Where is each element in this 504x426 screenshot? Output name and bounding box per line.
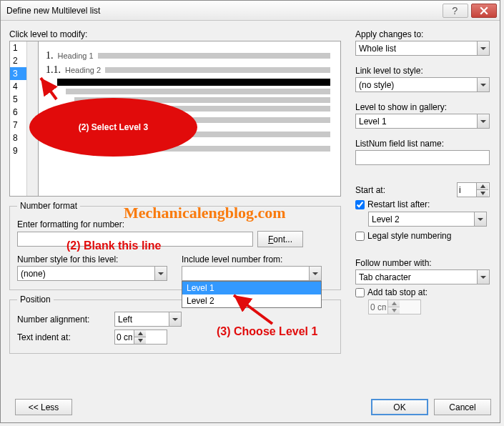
annotation-arrow-1 <box>36 74 65 102</box>
start-at-spin[interactable] <box>457 182 490 197</box>
svg-line-1 <box>41 78 56 99</box>
text-indent-spin[interactable] <box>114 330 167 345</box>
follow-label: Follow number with: <box>355 258 490 268</box>
chevron-down-icon <box>309 267 321 280</box>
annotation-oval-select-level3: (2) Select Level 3 <box>29 98 197 157</box>
annotation-choose-level1: (3) Choose Level 1 <box>217 325 317 338</box>
chevron-down-icon <box>477 114 489 128</box>
chevron-down-icon <box>477 41 489 55</box>
link-level-label: Link level to style: <box>355 66 490 76</box>
spin-up-icon[interactable] <box>388 300 400 307</box>
position-legend: Position <box>17 294 54 304</box>
spin-down-icon[interactable] <box>134 337 146 344</box>
annotation-arrow-2 <box>229 291 280 327</box>
link-level-select[interactable]: (no style) <box>355 77 490 92</box>
number-format-legend: Number format <box>17 201 80 211</box>
text-indent-label: Text indent at: <box>17 332 110 342</box>
include-level-label: Include level number from: <box>182 254 322 264</box>
follow-select[interactable]: Tab character <box>355 269 490 284</box>
number-style-label: Number style for this level: <box>17 254 167 264</box>
number-alignment-select[interactable]: Left <box>114 312 182 327</box>
restart-checkbox[interactable] <box>355 200 365 209</box>
number-style-value: (none) <box>18 269 154 279</box>
preview-h1-num: 1. <box>46 50 54 61</box>
legal-checkbox[interactable] <box>355 232 365 241</box>
spin-down-icon[interactable] <box>388 307 400 314</box>
text-indent-value[interactable] <box>115 330 134 344</box>
cancel-button[interactable]: Cancel <box>434 399 491 415</box>
legal-style-check[interactable]: Legal style numbering <box>355 231 490 241</box>
dialog-title: Define new Multilevel list <box>6 6 440 16</box>
spin-up-icon[interactable] <box>134 330 146 337</box>
show-gallery-select[interactable]: Level 1 <box>355 114 490 129</box>
spin-down-icon[interactable] <box>477 190 488 197</box>
start-at-value[interactable] <box>458 183 476 197</box>
apply-changes-label: Apply changes to: <box>355 29 490 39</box>
spin-up-icon[interactable] <box>477 183 488 190</box>
footer: << Less OK Cancel <box>9 399 491 415</box>
svg-line-2 <box>234 295 272 324</box>
add-tab-checkbox[interactable] <box>355 288 365 297</box>
close-button[interactable] <box>471 4 497 18</box>
chevron-down-icon <box>477 270 489 284</box>
number-alignment-label: Number alignment: <box>17 314 110 325</box>
show-gallery-label: Level to show in gallery: <box>355 102 490 112</box>
preview-bar <box>66 89 330 94</box>
add-tab-spin[interactable] <box>368 299 421 314</box>
preview-bar <box>105 67 330 73</box>
click-level-label: Click level to modify: <box>9 29 341 39</box>
right-pane: Apply changes to: Whole list Link level … <box>355 26 490 357</box>
annotation-watermark: Mechanicalengblog.com <box>124 204 286 222</box>
chevron-down-icon <box>169 312 181 326</box>
include-level-select[interactable]: Level 1 Level 2 <box>182 266 322 281</box>
less-button[interactable]: << Less <box>15 399 72 415</box>
svg-text:?: ? <box>452 6 458 15</box>
preview-bar <box>98 53 330 59</box>
add-tab-value[interactable] <box>369 300 387 314</box>
chevron-down-icon <box>474 212 486 226</box>
preview-h1-txt: Heading 1 <box>58 51 94 60</box>
annotation-blank-line: (2) Blank this line <box>66 239 161 252</box>
title-bar: Define new Multilevel list ? <box>1 1 500 21</box>
number-alignment-value: Left <box>115 314 169 325</box>
restart-level-select[interactable]: Level 2 <box>368 212 487 227</box>
start-at-label: Start at: <box>355 185 453 195</box>
listnum-input[interactable] <box>355 150 490 165</box>
restart-list-check[interactable]: Restart list after: <box>355 199 490 209</box>
preview-h2-txt: Heading 2 <box>65 66 101 74</box>
chevron-down-icon <box>154 267 167 280</box>
font-button[interactable]: FFont...ont... <box>257 231 303 247</box>
dialog-window: Define new Multilevel list ? Click level… <box>0 0 500 423</box>
add-tab-check[interactable]: Add tab stop at: <box>355 287 490 297</box>
number-style-select[interactable]: (none) <box>17 266 167 281</box>
chevron-down-icon <box>477 78 489 91</box>
preview-current-bar <box>57 79 330 86</box>
apply-changes-select[interactable]: Whole list <box>355 41 490 56</box>
ok-button[interactable]: OK <box>371 399 428 415</box>
listnum-label: ListNum field list name: <box>355 139 490 149</box>
help-button[interactable]: ? <box>443 4 468 18</box>
